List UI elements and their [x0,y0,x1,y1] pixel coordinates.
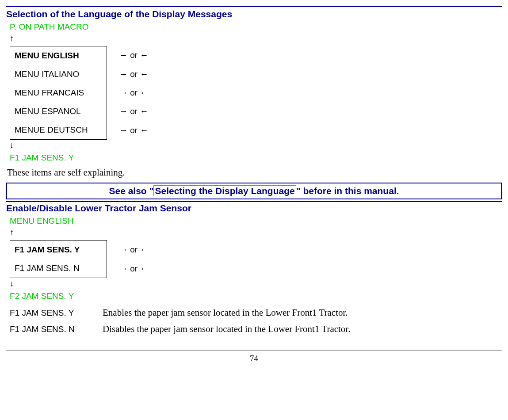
menu-item-jam-y: F1 JAM SENS. Y [10,241,107,259]
jam-sensor-menu-block: F1 JAM SENS. Y F1 JAM SENS. N → or ← → o… [10,240,502,278]
desc-text: Enables the paper jam sensor located in … [103,307,348,318]
down-arrow-icon: ↓ [6,279,502,289]
note-text-before: See also " [109,186,153,196]
nav-hint: → or ← [119,69,148,79]
nav-hint: → or ← [119,126,148,135]
section1-body-text: These items are self explaining. [6,167,502,178]
menu-item-jam-n: F1 JAM SENS. N [10,259,107,278]
description-row: F1 JAM SENS. N Disables the paper jam se… [10,324,502,335]
language-menu-box: MENU ENGLISH MENU ITALIANO MENU FRANCAIS… [10,46,107,140]
menu-item-francais: MENU FRANCAIS [10,84,107,102]
nav-hint: → or ← [119,88,148,98]
nav-hint: → or ← [119,50,148,60]
desc-label: F1 JAM SENS. Y [10,308,103,318]
desc-text: Disables the paper jam sensor located in… [103,324,350,335]
nav-hint: → or ← [119,245,148,255]
nav-hint-column: → or ← → or ← → or ← → or ← → or ← [107,46,148,140]
next-menu-label: F2 JAM SENS. Y [6,291,502,301]
menu-item-espanol: MENU ESPANOL [10,102,107,121]
nav-hint: → or ← [119,264,148,274]
desc-label: F1 JAM SENS. N [10,325,103,334]
footer-rule [6,351,502,351]
section-rule [6,201,502,202]
section-title-language: Selection of the Language of the Display… [6,9,502,19]
nav-hint: → or ← [119,107,148,116]
note-text-after: " before in this manual. [296,186,399,196]
description-row: F1 JAM SENS. Y Enables the paper jam sen… [10,307,502,318]
up-arrow-icon: ↑ [6,228,502,237]
note-link[interactable]: Selecting the Display Language [153,185,296,196]
see-also-note: See also "Selecting the Display Language… [6,183,502,199]
language-menu-block: MENU ENGLISH MENU ITALIANO MENU FRANCAIS… [10,46,502,140]
down-arrow-icon: ↓ [6,141,502,150]
nav-hint-column: → or ← → or ← [107,240,148,278]
page-number: 74 [6,354,502,363]
section-rule [6,6,502,7]
next-menu-label: F1 JAM SENS. Y [6,153,502,163]
menu-item-english: MENU ENGLISH [10,46,107,65]
section-title-jam-sensor: Enable/Disable Lower Tractor Jam Sensor [6,203,502,214]
menu-item-deutsch: MENUE DEUTSCH [10,121,107,139]
jam-sensor-menu-box: F1 JAM SENS. Y F1 JAM SENS. N [10,240,107,278]
prev-menu-label: P. ON PATH MACRO [6,22,502,32]
up-arrow-icon: ↑ [6,34,502,43]
menu-item-italiano: MENU ITALIANO [10,65,107,84]
page-footer: 74 [6,351,502,363]
prev-menu-label: MENU ENGLISH [6,216,502,226]
description-table: F1 JAM SENS. Y Enables the paper jam sen… [10,307,502,335]
